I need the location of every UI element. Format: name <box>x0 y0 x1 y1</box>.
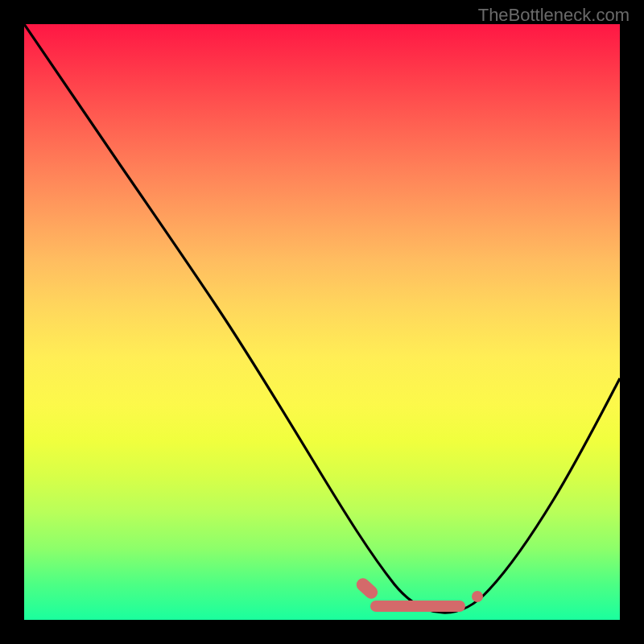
optimal-range-marker <box>370 601 465 612</box>
chart-curve <box>24 24 620 620</box>
optimal-range-marker-right <box>472 591 483 602</box>
watermark-text: TheBottleneck.com <box>478 5 630 26</box>
bottleneck-curve-path <box>24 24 620 613</box>
chart-plot-area <box>24 24 620 620</box>
